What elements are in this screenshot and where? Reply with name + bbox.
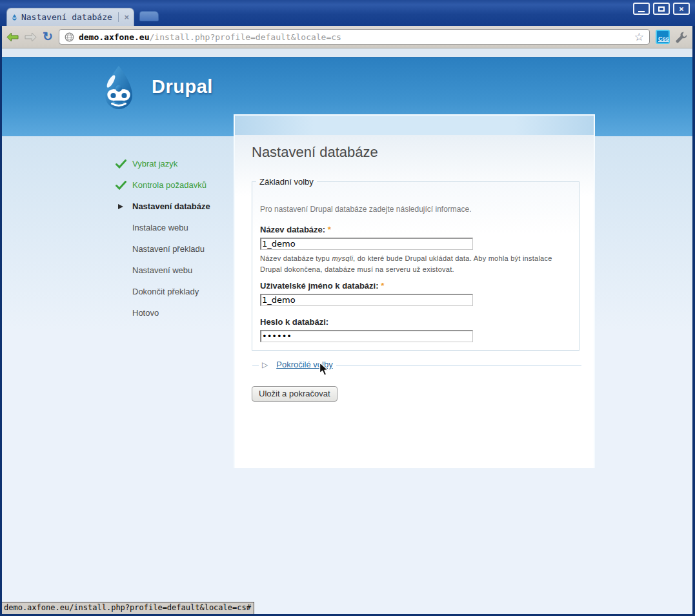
wrench-icon bbox=[676, 31, 688, 43]
step-label: Vybrat jazyk bbox=[132, 159, 177, 169]
url-path: /install.php?profile=default&locale=cs bbox=[150, 32, 341, 42]
mouse-cursor-icon bbox=[319, 362, 330, 377]
drupal-favicon-icon bbox=[12, 12, 17, 22]
step-label: Instalace webu bbox=[132, 223, 188, 232]
title-bar: Nastavení databáze × × bbox=[0, 0, 695, 26]
tab-separator bbox=[118, 12, 119, 22]
status-bar: demo.axfone.eu/install.php?profile=defau… bbox=[2, 602, 254, 614]
tab-close-icon[interactable]: × bbox=[124, 13, 129, 21]
step-nastaveni-prekladu: Nastavení překladu bbox=[2, 238, 234, 260]
page-title: Nastavení databáze bbox=[252, 144, 378, 161]
browser-toolbar: ↻ demo.axfone.eu/install.php?profile=def… bbox=[2, 26, 692, 48]
minimize-button[interactable] bbox=[633, 3, 650, 15]
css-extension-button[interactable]: Css bbox=[656, 30, 670, 44]
url-domain: demo.axfone.eu bbox=[79, 32, 150, 42]
fieldset-legend: Základní volby bbox=[256, 177, 317, 187]
current-step-arrow-icon bbox=[117, 203, 124, 210]
step-kontrola-pozadavku: Kontrola požadavků bbox=[2, 174, 234, 196]
install-steps-list: Vybrat jazyk Kontrola požadavků Nastaven… bbox=[2, 153, 234, 323]
save-and-continue-button[interactable]: Uložit a pokračovat bbox=[252, 386, 337, 402]
new-tab-button[interactable] bbox=[139, 11, 159, 21]
check-icon bbox=[116, 181, 126, 190]
url-text[interactable]: demo.axfone.eu/install.php?profile=defau… bbox=[79, 32, 630, 42]
form-intro-text: Pro nastavení Drupal databáze zadejte ná… bbox=[260, 205, 472, 214]
step-hotovo: Hotovo bbox=[2, 302, 234, 323]
css-extension-label: Css bbox=[658, 36, 669, 42]
page-viewport: Drupal Vybrat jazyk Kontrola požadavků N… bbox=[2, 48, 692, 614]
page-top-strip bbox=[2, 48, 692, 57]
drupal-logo-icon bbox=[99, 65, 139, 116]
required-marker: * bbox=[328, 225, 331, 234]
forward-button[interactable] bbox=[25, 32, 37, 42]
maximize-button[interactable] bbox=[653, 3, 670, 15]
check-icon bbox=[116, 159, 126, 169]
install-form-card: Nastavení databáze Základní volby Pro na… bbox=[234, 114, 595, 468]
browser-window: Nastavení databáze × × ↻ bbox=[0, 0, 695, 616]
forward-arrow-icon bbox=[25, 32, 37, 42]
site-logo-text: Drupal bbox=[152, 76, 213, 98]
database-username-input[interactable] bbox=[260, 294, 473, 306]
collapsed-triangle-icon: ▷ bbox=[262, 361, 268, 369]
step-instalace-webu: Instalace webu bbox=[2, 217, 234, 238]
settings-menu-button[interactable] bbox=[676, 31, 688, 43]
tab-title: Nastavení databáze bbox=[21, 12, 112, 22]
card-header-band bbox=[235, 116, 594, 135]
step-vybrat-jazyk: Vybrat jazyk bbox=[2, 153, 234, 174]
basic-options-fieldset: Základní volby Pro nastavení Drupal data… bbox=[252, 177, 579, 351]
database-username-label: Uživatelské jméno k databázi: * bbox=[260, 281, 384, 291]
bookmark-star-icon[interactable]: ☆ bbox=[634, 32, 644, 43]
maximize-icon bbox=[658, 6, 665, 12]
step-label: Dokončit překlady bbox=[132, 287, 199, 296]
reload-icon[interactable]: ↻ bbox=[43, 30, 53, 43]
step-label: Kontrola požadavků bbox=[132, 180, 206, 190]
step-label: Hotovo bbox=[132, 308, 159, 318]
step-label: Nastavení databáze bbox=[132, 201, 210, 211]
globe-icon bbox=[65, 32, 74, 42]
back-arrow-icon bbox=[6, 32, 19, 42]
step-nastaveni-webu: Nastavení webu bbox=[2, 260, 234, 281]
required-marker: * bbox=[381, 281, 384, 291]
advanced-options-fieldset: ▷ Pokročilé volby bbox=[252, 365, 581, 365]
database-name-help: Název databáze typu mysqli, do které bud… bbox=[260, 253, 557, 275]
close-icon: × bbox=[679, 5, 684, 13]
step-label: Nastavení webu bbox=[132, 265, 192, 275]
close-button[interactable]: × bbox=[673, 3, 690, 15]
back-button[interactable] bbox=[6, 32, 19, 42]
step-dokoncit-preklady: Dokončit překlady bbox=[2, 281, 234, 302]
step-label: Nastavení překladu bbox=[132, 244, 205, 254]
database-password-label: Heslo k databázi: bbox=[260, 317, 328, 327]
browser-tab[interactable]: Nastavení databáze × bbox=[6, 8, 134, 26]
database-name-input[interactable] bbox=[260, 238, 473, 250]
database-name-label: Název databáze: * bbox=[260, 225, 331, 234]
address-bar[interactable]: demo.axfone.eu/install.php?profile=defau… bbox=[59, 29, 650, 45]
step-nastaveni-databaze: Nastavení databáze bbox=[2, 196, 234, 217]
database-password-input[interactable] bbox=[260, 330, 473, 342]
minimize-icon bbox=[638, 11, 645, 12]
